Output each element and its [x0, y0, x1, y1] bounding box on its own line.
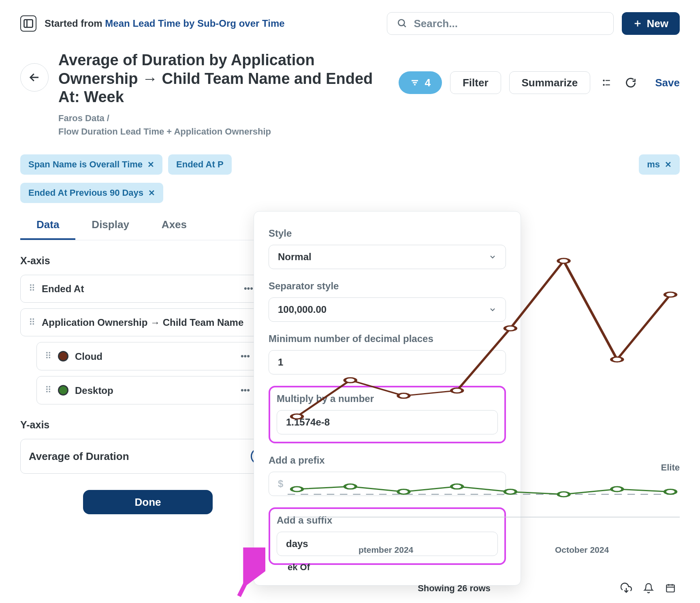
svg-point-30 — [451, 484, 463, 489]
started-from-text: Started from Mean Lead Time by Sub-Org o… — [45, 18, 379, 29]
svg-point-22 — [451, 388, 463, 393]
refresh-icon[interactable] — [623, 75, 639, 91]
close-icon[interactable]: ✕ — [147, 160, 154, 169]
filter-pill[interactable]: Ended At Previous 90 Days✕ — [20, 183, 163, 203]
tab-display[interactable]: Display — [75, 211, 145, 240]
svg-rect-11 — [606, 80, 610, 81]
yaxis-field-avg-duration[interactable]: Average of Duration ••• — [20, 439, 275, 474]
color-swatch-icon — [58, 351, 68, 361]
svg-line-3 — [403, 25, 405, 27]
tab-data[interactable]: Data — [20, 211, 75, 240]
svg-point-20 — [345, 378, 356, 383]
svg-point-12 — [603, 84, 605, 86]
y-axis-label: Y-axis — [20, 419, 275, 431]
svg-point-25 — [611, 357, 623, 362]
svg-rect-13 — [606, 84, 610, 85]
x-tick-label: ptember 2024 — [359, 545, 413, 555]
drag-handle-icon[interactable]: ⠿ — [45, 385, 51, 396]
back-button[interactable] — [20, 63, 49, 92]
search-input[interactable]: Search... — [387, 12, 614, 35]
svg-point-29 — [398, 489, 410, 494]
svg-rect-0 — [24, 20, 33, 28]
save-button[interactable]: Save — [655, 77, 680, 89]
breadcrumb: Faros Data/ Flow Duration Lead Time + Ap… — [58, 111, 389, 138]
close-icon[interactable]: ✕ — [148, 188, 155, 198]
panel-toggle-button[interactable] — [20, 15, 36, 32]
search-placeholder: Search... — [414, 17, 458, 30]
drag-handle-icon[interactable]: ⠿ — [29, 283, 35, 294]
filter-count-pill[interactable]: 4 — [399, 71, 442, 94]
svg-point-27 — [291, 487, 303, 492]
filter-pill[interactable]: Span Name is Overall Time✕ — [20, 154, 162, 175]
x-axis-title: ek Of — [288, 562, 680, 573]
download-icon[interactable] — [621, 582, 632, 595]
svg-point-31 — [505, 489, 516, 494]
more-icon[interactable]: ••• — [244, 283, 253, 294]
line-chart — [288, 231, 680, 539]
more-icon[interactable]: ••• — [241, 385, 250, 396]
editor-icon[interactable] — [598, 75, 615, 91]
drag-handle-icon[interactable]: ⠿ — [29, 317, 35, 328]
svg-point-26 — [665, 292, 676, 297]
new-button[interactable]: New — [622, 12, 680, 35]
svg-point-21 — [398, 393, 410, 398]
filter-button[interactable]: Filter — [450, 71, 501, 94]
search-icon — [397, 18, 408, 29]
xaxis-field-ended-at[interactable]: ⠿ Ended At ••• ✕ — [20, 275, 275, 303]
series-cloud[interactable]: ⠿ Cloud ••• — [36, 342, 275, 370]
x-tick-label: October 2024 — [555, 545, 609, 555]
svg-rect-35 — [666, 585, 674, 592]
close-icon[interactable]: ✕ — [665, 160, 672, 169]
row-count: Showing 26 rows — [418, 583, 491, 594]
svg-point-33 — [611, 487, 623, 492]
filter-pill[interactable]: ms✕ — [639, 154, 680, 175]
more-icon[interactable]: ••• — [241, 351, 250, 361]
series-desktop[interactable]: ⠿ Desktop ••• — [36, 376, 275, 404]
done-button[interactable]: Done — [83, 490, 213, 514]
svg-point-19 — [291, 414, 303, 419]
svg-point-28 — [345, 484, 356, 489]
calendar-icon[interactable] — [665, 583, 676, 595]
filter-pill[interactable]: Ended At P — [168, 154, 232, 175]
svg-point-10 — [603, 79, 605, 81]
svg-point-34 — [665, 489, 676, 494]
arrow-left-icon — [28, 71, 41, 83]
summarize-button[interactable]: Summarize — [509, 71, 591, 94]
filter-icon — [410, 78, 420, 88]
plus-icon — [633, 19, 642, 28]
color-swatch-icon — [58, 385, 68, 396]
svg-point-24 — [558, 259, 570, 263]
svg-point-2 — [398, 19, 404, 26]
svg-point-32 — [558, 492, 570, 497]
x-axis-label: X-axis — [20, 255, 275, 267]
drag-handle-icon[interactable]: ⠿ — [45, 351, 51, 361]
svg-point-23 — [505, 326, 516, 331]
tab-axes[interactable]: Axes — [145, 211, 203, 240]
bell-icon[interactable] — [643, 583, 654, 595]
page-title: Average of Duration by Application Owner… — [58, 51, 389, 107]
started-from-link[interactable]: Mean Lead Time by Sub-Org over Time — [105, 18, 284, 29]
xaxis-field-team-name[interactable]: ⠿ Application Ownership → Child Team Nam… — [20, 308, 275, 336]
elite-annotation: Elite — [661, 462, 680, 473]
